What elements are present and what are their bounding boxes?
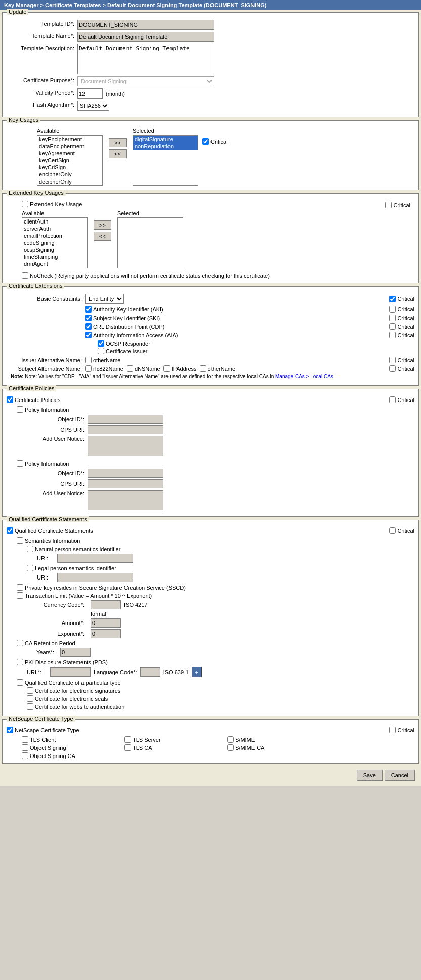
tls-client-checkbox[interactable] (22, 736, 28, 743)
cert-purpose-select[interactable]: Document Signing (77, 76, 214, 86)
cert-issuer-checkbox[interactable] (98, 348, 104, 354)
aia-checkbox-label[interactable]: Authority Information Access (AIA) (85, 332, 178, 338)
aia-critical-checkbox[interactable] (389, 332, 396, 338)
transaction-checkbox[interactable] (17, 592, 23, 599)
aia-checkbox[interactable] (85, 332, 92, 338)
list-item[interactable]: decipherOnly (37, 178, 102, 185)
rfc822-checkbox[interactable] (85, 365, 92, 372)
ca-retention-label[interactable]: CA Retention Period (17, 640, 414, 646)
list-item[interactable]: clientAuth (22, 218, 87, 225)
smime-label[interactable]: S/MIME (227, 736, 328, 743)
tls-server-label[interactable]: TLS Server (124, 736, 226, 743)
tls-ca-label[interactable]: TLS CA (124, 744, 226, 751)
list-item[interactable]: serverAuth (22, 225, 87, 232)
ext-remove-button[interactable]: << (94, 232, 111, 241)
sscd-checkbox[interactable] (17, 584, 23, 591)
list-item[interactable]: codeSigning (22, 239, 87, 246)
list-item[interactable]: keyAgreement (37, 150, 102, 157)
natural-person-checkbox[interactable] (27, 546, 33, 552)
nocheck-checkbox[interactable] (22, 272, 28, 279)
aki-checkbox[interactable] (85, 306, 92, 313)
uri-2-input[interactable] (57, 573, 133, 582)
ipaddress-label[interactable]: IPAddress (163, 365, 197, 372)
template-desc-textarea[interactable]: Default Document Signing Template (77, 44, 214, 74)
user-notice-1-textarea[interactable] (88, 436, 163, 456)
qualified-cert-checkbox[interactable] (17, 679, 23, 686)
plus-button[interactable]: + (192, 667, 202, 677)
object-signing-ca-label[interactable]: Object Signing CA (22, 752, 123, 759)
ski-checkbox[interactable] (85, 315, 92, 321)
qcs-checkbox[interactable] (7, 527, 13, 534)
save-button[interactable]: Save (357, 770, 383, 781)
cert-policies-critical-checkbox[interactable] (389, 396, 396, 403)
nocheck-label[interactable]: NoCheck (Relying party applications will… (22, 272, 414, 279)
selected-listbox[interactable]: digitalSignature nonRepudiation (133, 135, 198, 186)
natural-person-label[interactable]: Natural person semantics identifier (27, 546, 414, 552)
list-item[interactable]: encipherOnly (37, 171, 102, 178)
cert-policies-critical-label[interactable]: Critical (389, 396, 414, 403)
list-item[interactable]: keyCertSign (37, 157, 102, 164)
years-input[interactable] (60, 648, 91, 657)
pki-disclosure-checkbox[interactable] (17, 659, 23, 665)
user-notice-2-textarea[interactable] (88, 490, 163, 510)
pki-disclosure-label[interactable]: PKI Disclosure Statements (PDS) (17, 659, 414, 665)
policy-info-2-label[interactable]: Policy Information (17, 460, 414, 467)
ns-critical-label[interactable]: Critical (389, 727, 414, 733)
lang-code-input[interactable] (140, 667, 160, 677)
list-item[interactable]: emailProtection (22, 232, 87, 239)
ocsp-checkbox[interactable] (98, 340, 104, 347)
ipaddress-checkbox[interactable] (163, 365, 170, 372)
ext-critical-label[interactable]: Critical (385, 202, 410, 208)
basic-constraints-select[interactable]: End Entity CA (85, 294, 124, 304)
list-item[interactable]: timeStamping (22, 253, 87, 260)
sscd-label[interactable]: Private key resides in Secure Signature … (17, 584, 414, 591)
critical-checkbox[interactable] (202, 138, 209, 145)
issuer-alt-othername-label[interactable]: otherName (85, 357, 120, 363)
website-auth-label[interactable]: Certificate for website authentication (27, 703, 414, 710)
uri-1-input[interactable] (57, 554, 133, 563)
subject-othername-label[interactable]: otherName (200, 365, 235, 372)
object-signing-checkbox[interactable] (22, 744, 28, 751)
object-signing-ca-checkbox[interactable] (22, 752, 28, 759)
policy-info-1-label[interactable]: Policy Information (17, 406, 414, 413)
cdp-critical-checkbox[interactable] (389, 323, 396, 330)
dnsname-checkbox[interactable] (127, 365, 133, 372)
ca-retention-checkbox[interactable] (17, 640, 23, 646)
object-signing-label[interactable]: Object Signing (22, 744, 123, 751)
list-item[interactable]: ocspSigning (22, 246, 87, 253)
ns-critical-checkbox[interactable] (389, 727, 396, 733)
tls-ca-checkbox[interactable] (124, 744, 131, 751)
remove-button[interactable]: << (109, 149, 127, 158)
template-id-input[interactable] (77, 20, 214, 30)
ext-selected-listbox[interactable] (117, 217, 183, 268)
cps-uri-2-input[interactable] (88, 479, 163, 488)
ext-ku-checkbox[interactable] (22, 201, 28, 207)
ski-checkbox-label[interactable]: Subject Key Identifier (SKI) (85, 315, 160, 321)
list-item[interactable]: dataEncipherment (37, 143, 102, 150)
ext-ku-checkbox-label[interactable]: Extended Key Usage (22, 201, 183, 207)
semantics-label[interactable]: Semantics Information (17, 537, 414, 544)
list-item[interactable]: nonRepudiation (133, 143, 198, 150)
legal-person-label[interactable]: Legal person semantics identifier (27, 565, 414, 571)
semantics-checkbox[interactable] (17, 537, 23, 544)
legal-person-checkbox[interactable] (27, 565, 33, 571)
exponent-input[interactable] (91, 629, 121, 638)
amount-input[interactable] (91, 618, 121, 628)
subject-alt-critical-checkbox[interactable] (389, 365, 396, 372)
qcs-critical-label[interactable]: Critical (389, 527, 414, 534)
policy-info-1-checkbox[interactable] (17, 406, 23, 413)
list-item[interactable]: keyEncipherment (37, 136, 102, 143)
electronic-seal-label[interactable]: Certificate for electronic seals (27, 695, 414, 702)
note-link[interactable]: Manage CAs > Local CAs (275, 374, 333, 379)
electronic-sig-label[interactable]: Certificate for electronic signatures (27, 687, 414, 694)
aki-critical-checkbox[interactable] (389, 306, 396, 313)
issuer-alt-othername-checkbox[interactable] (85, 357, 92, 363)
smime-ca-label[interactable]: S/MIME CA (227, 744, 328, 751)
qcs-critical-checkbox[interactable] (389, 527, 396, 534)
cert-policies-checkbox[interactable] (7, 396, 13, 403)
qcs-checkbox-label[interactable]: Qualified Certificate Statements (7, 527, 93, 534)
available-listbox[interactable]: keyEncipherment dataEncipherment keyAgre… (37, 135, 103, 186)
ns-checkbox[interactable] (7, 727, 13, 733)
electronic-seal-checkbox[interactable] (27, 695, 33, 702)
critical-checkbox-label[interactable]: Critical (202, 138, 228, 145)
